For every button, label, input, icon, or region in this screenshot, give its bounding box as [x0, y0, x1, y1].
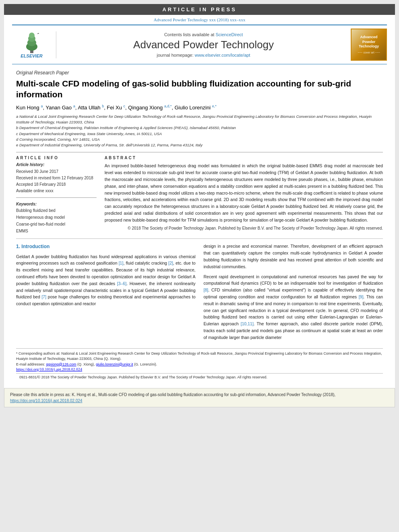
- keywords-list: Bubbling fluidized bed Heterogeneous dra…: [16, 207, 97, 234]
- elsevier-label: ELSEVIER: [21, 53, 42, 58]
- received-date: Received 30 June 2017: [16, 168, 97, 175]
- citation-notice: Please cite this article in press as: K.…: [4, 388, 395, 407]
- ref-2[interactable]: [2]: [169, 261, 173, 265]
- ref-10-11[interactable]: [10,11]: [241, 321, 253, 326]
- email-label: E-mail addresses:: [16, 362, 45, 366]
- banner-text: ARTICLE IN PRESS: [162, 6, 237, 12]
- article-info-abstract: ARTICLE INFO Article history: Received 3…: [16, 156, 383, 234]
- page: ARTICLE IN PRESS Advanced Powder Technol…: [4, 4, 395, 407]
- history-label: Article history:: [16, 162, 97, 167]
- email-2-link[interactable]: giulio.lorenzini@unipr.it: [96, 362, 133, 366]
- keywords-label: Keywords:: [16, 202, 97, 206]
- ref-3-6[interactable]: [3–6]: [117, 281, 126, 286]
- journal-header-inner: ELSEVIER Contents lists available at Sci…: [12, 25, 387, 64]
- citation-text: Please cite this article in press as: K.…: [10, 392, 335, 397]
- online-date: Available online xxxx: [16, 188, 97, 194]
- keyword-4: EMMS: [16, 228, 97, 234]
- apt-logo-text: AdvancedPowderTechnology ~~~ cover art ~…: [356, 33, 382, 56]
- section-divider-1: [16, 152, 383, 152]
- journal-homepage: journal homepage: www.elsevier.com/locat…: [60, 53, 347, 58]
- footnote-doi: https://doi.org/10.1016/j.apt.2018.02.02…: [16, 367, 383, 372]
- paper-title: Multi-scale CFD modeling of gas-solid bu…: [16, 78, 383, 100]
- authors-line: Kun Hong a, Yanan Gao a, Atta Ullah b, F…: [16, 104, 383, 111]
- section-divider-2: [16, 197, 97, 198]
- copyright-line: © 2018 The Society of Powder Technology …: [105, 226, 383, 230]
- doi-line: Advanced Powder Technology xxx (2018) xx…: [12, 17, 387, 22]
- main-content: Original Research Paper Multi-scale CFD …: [4, 66, 395, 385]
- body-col-left: 1. Introduction Geldart A powder bubblin…: [16, 243, 195, 344]
- apt-logo-box: AdvancedPowderTechnology ~~~ cover art ~…: [351, 29, 387, 61]
- keyword-1: Bubbling fluidized bed: [16, 207, 97, 214]
- intro-col2-para2: Recent rapid development in computationa…: [204, 273, 383, 341]
- journal-title-main: Advanced Powder Technology: [60, 39, 347, 51]
- affiliations: a National & Local Joint Engineering Res…: [16, 114, 383, 148]
- ref-8[interactable]: [8]: [204, 288, 208, 292]
- intro-heading: 1. Introduction: [16, 243, 195, 251]
- paper-type: Original Research Paper: [16, 70, 383, 76]
- accepted-date: Accepted 18 February 2018: [16, 181, 97, 188]
- corresponding-note: * Corresponding authors at: National & L…: [16, 351, 383, 362]
- revised-date: Received in revised form 12 February 201…: [16, 175, 97, 181]
- article-in-press-banner: ARTICLE IN PRESS: [4, 4, 395, 15]
- affiliation-b: b Department of Chemical Engineering, Pa…: [16, 125, 383, 131]
- elsevier-tree-icon: [20, 31, 44, 53]
- body-two-col: 1. Introduction Geldart A powder bubblin…: [16, 243, 383, 344]
- email-line: E-mail addresses: qgxiong@126.com (Q. Xi…: [16, 362, 383, 368]
- journal-header: Advanced Powder Technology xxx (2018) xx…: [4, 15, 395, 66]
- sciencedirect-link[interactable]: ScienceDirect: [216, 32, 243, 37]
- affiliation-c: c Department of Mechanical Engineering, …: [16, 131, 383, 137]
- intro-col2-para1: design in a precise and economical manne…: [204, 243, 383, 270]
- body-col-right: design in a precise and economical manne…: [204, 243, 383, 344]
- ref-7[interactable]: [7]: [41, 294, 46, 299]
- abstract-label: ABSTRACT: [105, 156, 383, 160]
- affiliation-d: d Corning Incorporated, Corning, NY 1483…: [16, 137, 383, 142]
- ref-9[interactable]: [9]: [359, 294, 364, 299]
- article-info-col: ARTICLE INFO Article history: Received 3…: [16, 156, 97, 234]
- keyword-2: Heterogeneous drag model: [16, 214, 97, 221]
- journal-center: Contents lists available at ScienceDirec…: [56, 32, 351, 58]
- ref-1[interactable]: [1]: [119, 261, 123, 265]
- contents-line: Contents lists available at ScienceDirec…: [60, 32, 347, 37]
- keyword-3: Coarse-grid two-fluid model: [16, 221, 97, 228]
- email-1-link[interactable]: qgxiong@126.com: [46, 362, 76, 366]
- abstract-col: ABSTRACT An improved bubble-based hetero…: [105, 156, 383, 234]
- affiliation-a: a National & Local Joint Engineering Res…: [16, 114, 383, 125]
- affiliation-e: e Department of Industrial Engineering, …: [16, 142, 383, 148]
- elsevier-logo: ELSEVIER: [12, 31, 56, 58]
- svg-point-4: [29, 33, 35, 38]
- bottom-bar: 0921-8831/© 2018 The Society of Powder T…: [16, 373, 383, 381]
- doi-link[interactable]: https://doi.org/10.1016/j.apt.2018.02.02…: [16, 367, 82, 372]
- footnote-section: * Corresponding authors at: National & L…: [16, 348, 383, 368]
- abstract-text: An improved bubble-based heterogeneous d…: [105, 162, 383, 223]
- intro-col1-para1: Geldart A powder bubbling fluidization h…: [16, 253, 195, 307]
- article-info-label: ARTICLE INFO: [16, 156, 97, 160]
- citation-doi-link[interactable]: https://doi.org/10.1016/j.apt.2018.02.02…: [10, 398, 82, 403]
- body-divider: [16, 238, 383, 239]
